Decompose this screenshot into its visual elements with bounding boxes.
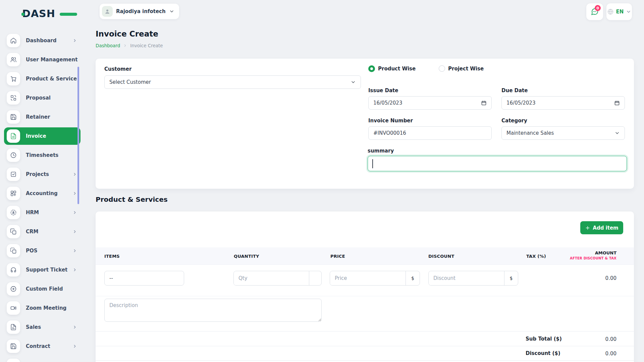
workspace-name: Rajodiya infotech <box>116 8 166 14</box>
invoice-file-icon <box>7 129 20 143</box>
avatar <box>102 6 113 17</box>
page-title: Invoice Create <box>96 29 158 38</box>
save-icon <box>7 340 20 353</box>
calendar-icon <box>481 100 487 106</box>
col-quantity: QUANTITY <box>234 254 259 259</box>
chevron-right-icon <box>72 229 77 234</box>
issue-date-input[interactable]: 16/05/2023 <box>368 96 492 110</box>
chat-icon <box>7 359 20 362</box>
chevron-right-icon <box>72 191 77 196</box>
sidebar-item-custom-field[interactable]: Custom Field <box>4 280 80 298</box>
col-items: ITEMS <box>104 254 120 259</box>
price-currency-addon: $ <box>406 271 420 285</box>
globe-icon <box>607 8 614 15</box>
sidebar-item-contract[interactable]: Contract <box>4 338 80 355</box>
sidebar-item-retainer[interactable]: Retainer <box>4 108 80 126</box>
text-caret <box>372 159 373 168</box>
plus-icon <box>585 225 590 231</box>
breadcrumb-dashboard-link[interactable]: Dashboard <box>96 43 120 48</box>
copy-icon <box>7 225 20 238</box>
discount-input-group: $ <box>428 271 518 286</box>
quantity-input-group <box>233 271 322 286</box>
subtotal-value: 0.00 <box>605 336 616 342</box>
description-textarea[interactable] <box>104 299 322 322</box>
workspace-selector[interactable]: Rajodiya infotech <box>100 4 179 19</box>
radio-selected-icon <box>368 65 375 72</box>
issue-date-label: Issue Date <box>368 87 398 94</box>
radio-project-wise[interactable]: Project Wise <box>439 65 484 72</box>
summary-textarea[interactable] <box>368 156 627 171</box>
radio-product-wise[interactable]: Product Wise <box>368 65 416 72</box>
sidebar-item-hrm[interactable]: HRM <box>4 204 80 221</box>
check-square-icon <box>7 168 20 181</box>
category-select[interactable]: Maintenance Sales <box>501 126 625 140</box>
subtotal-label: Sub Total ($) <box>526 336 562 342</box>
discount-input[interactable] <box>429 271 504 285</box>
language-selector[interactable]: EN <box>606 3 632 20</box>
chevron-right-icon <box>72 325 77 329</box>
chevron-right-icon <box>72 38 77 43</box>
due-date-input[interactable]: 16/05/2023 <box>501 96 625 110</box>
chevron-right-icon <box>72 344 77 349</box>
chevron-right-icon <box>72 172 77 177</box>
summary-label: summary <box>368 148 394 154</box>
col-tax: TAX (%) <box>526 254 546 259</box>
sidebar: Dashboard User Management Product & Serv… <box>4 32 80 362</box>
sidebar-item-proposal[interactable]: Proposal <box>4 89 80 107</box>
table-header-row: ITEMS QUANTITY PRICE DISCOUNT TAX (%) AM… <box>96 247 634 265</box>
sidebar-item-product-service[interactable]: Product & Service <box>4 70 80 87</box>
row-amount-value: 0.00 <box>605 275 616 281</box>
grid-swap-icon <box>7 91 20 105</box>
home-icon <box>7 34 20 47</box>
quantity-input[interactable] <box>234 271 309 285</box>
customer-label: Customer <box>104 66 131 72</box>
chevron-right-icon <box>123 44 127 48</box>
sidebar-item-accounting[interactable]: Accounting <box>4 185 80 202</box>
sidebar-item-invoice[interactable]: Invoice <box>4 127 80 145</box>
customer-select[interactable]: Select Customer <box>104 75 361 89</box>
category-label: Category <box>501 118 527 124</box>
calendar-icon <box>614 100 620 106</box>
sidebar-item-zoom-meeting[interactable]: Zoom Meeting <box>4 299 80 317</box>
person-target-icon <box>7 206 20 219</box>
breadcrumb: Dashboard Invoice Create <box>96 43 163 48</box>
totals-divider <box>96 346 634 346</box>
clock-icon <box>7 148 20 162</box>
add-item-button[interactable]: Add item <box>580 221 623 234</box>
col-discount: DISCOUNT <box>428 254 454 259</box>
copy-icon <box>7 244 20 257</box>
invoice-number-input[interactable]: #INVO00016 <box>368 126 492 140</box>
grid-plus-icon <box>7 187 20 200</box>
item-select-input[interactable] <box>104 271 184 286</box>
sidebar-item-messenger[interactable]: Messenger <box>4 357 80 362</box>
logo-dot-accent <box>21 13 24 16</box>
sidebar-item-projects[interactable]: Projects <box>4 166 80 183</box>
sidebar-item-timesheets[interactable]: Timesheets <box>4 146 80 164</box>
users-icon <box>7 53 20 66</box>
chevron-down-icon <box>169 9 174 14</box>
col-price: PRICE <box>330 254 345 259</box>
sidebar-item-dashboard[interactable]: Dashboard <box>4 32 80 49</box>
file-icon <box>7 320 20 334</box>
cart-icon <box>7 72 20 85</box>
totals-divider <box>96 331 634 331</box>
chevron-right-icon <box>72 248 77 253</box>
invoice-form-card: Customer Select Customer Product Wise Pr… <box>96 59 634 189</box>
price-input[interactable] <box>330 271 406 285</box>
sidebar-item-user-management[interactable]: User Management <box>4 51 80 68</box>
sidebar-item-support-ticket[interactable]: Support Ticket <box>4 261 80 279</box>
video-icon <box>7 301 20 315</box>
chevron-right-icon <box>72 210 77 215</box>
products-table-card: Add item ITEMS QUANTITY PRICE DISCOUNT T… <box>96 212 634 362</box>
messages-button[interactable]: 0 <box>586 3 603 20</box>
sidebar-item-crm[interactable]: CRM <box>4 223 80 240</box>
breadcrumb-current: Invoice Create <box>130 43 163 48</box>
plus-circle-icon <box>7 282 20 296</box>
sidebar-item-pos[interactable]: POS <box>4 242 80 259</box>
row-divider <box>96 296 634 296</box>
totals-divider <box>96 360 634 361</box>
logo-dash-accent <box>60 13 77 16</box>
sidebar-item-sales[interactable]: Sales <box>4 318 80 336</box>
language-code: EN <box>616 9 624 15</box>
sidebar-scrollbar[interactable] <box>77 67 79 204</box>
